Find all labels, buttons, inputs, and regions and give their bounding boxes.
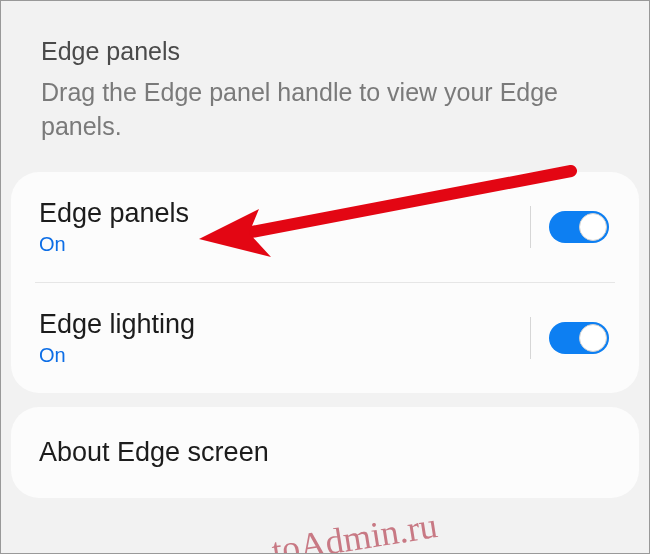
- row-status-edge-lighting: On: [39, 344, 195, 367]
- row-label-edge-panels: Edge panels: [39, 198, 189, 229]
- toggle-edge-lighting[interactable]: [549, 322, 609, 354]
- settings-group-edge: Edge panels On Edge lighting On: [11, 172, 639, 393]
- row-controls: [530, 317, 609, 359]
- toggle-edge-panels[interactable]: [549, 211, 609, 243]
- row-edge-panels[interactable]: Edge panels On: [11, 172, 639, 282]
- row-label-edge-lighting: Edge lighting: [39, 309, 195, 340]
- vertical-divider: [530, 317, 531, 359]
- vertical-divider: [530, 206, 531, 248]
- page-header: Edge panels Drag the Edge panel handle t…: [1, 1, 649, 172]
- row-edge-lighting[interactable]: Edge lighting On: [11, 283, 639, 393]
- row-status-edge-panels: On: [39, 233, 189, 256]
- watermark-text: toAdmin.ru: [269, 504, 441, 554]
- header-title: Edge panels: [41, 37, 609, 66]
- row-text: Edge lighting On: [39, 309, 195, 367]
- toggle-knob: [579, 213, 607, 241]
- toggle-knob: [579, 324, 607, 352]
- header-description: Drag the Edge panel handle to view your …: [41, 76, 609, 144]
- row-about-edge-screen[interactable]: About Edge screen: [11, 407, 639, 498]
- settings-group-about: About Edge screen: [11, 407, 639, 498]
- row-label-about: About Edge screen: [39, 437, 269, 468]
- row-controls: [530, 206, 609, 248]
- row-text: Edge panels On: [39, 198, 189, 256]
